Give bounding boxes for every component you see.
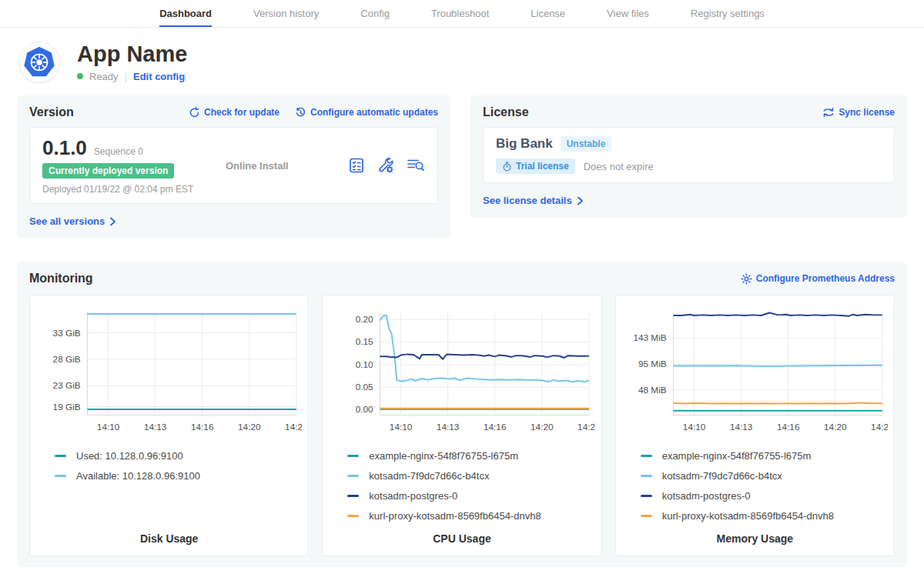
license-details-card: Big Bank Unstable Trial license Does not… [483, 127, 895, 183]
version-number: 0.1.0 [42, 136, 87, 160]
license-panel-title: License [483, 105, 529, 119]
clock-refresh-icon [295, 107, 306, 118]
top-nav: Dashboard Version history Config Trouble… [0, 0, 924, 28]
configure-prometheus-button[interactable]: Configure Prometheus Address [741, 273, 895, 285]
monitoring-title: Monitoring [29, 272, 93, 285]
legend-label: kotsadm-7f9dc7d66c-b4tcx [662, 470, 782, 482]
svg-text:14:13: 14:13 [437, 422, 460, 432]
disk-usage-chart: 14:1014:1314:1614:2014:2333 GiB28 GiB23 … [36, 305, 302, 439]
see-all-versions-link[interactable]: See all versions [29, 215, 116, 227]
legend-item: example-nginx-54f8f76755-l675m [641, 450, 888, 462]
disk-usage-legend: Used: 10.128.0.96:9100Available: 10.128.… [36, 450, 302, 482]
svg-text:48 MiB: 48 MiB [638, 385, 667, 395]
legend-color-dash [347, 455, 359, 457]
svg-text:14:13: 14:13 [144, 422, 167, 432]
gear-icon [741, 273, 752, 285]
legend-color-dash [347, 475, 359, 477]
chart-title: CPU Usage [329, 532, 594, 549]
legend-label: kotsadm-postgres-0 [369, 490, 457, 502]
legend-item: Available: 10.128.0.96:9100 [55, 470, 302, 482]
legend-item: kotsadm-7f9dc7d66c-b4tcx [347, 470, 594, 482]
file-search-icon [407, 157, 425, 174]
install-type-label: Online Install [226, 160, 348, 172]
svg-text:143 MiB: 143 MiB [633, 332, 666, 342]
svg-text:0.10: 0.10 [356, 359, 373, 369]
svg-text:0.15: 0.15 [356, 336, 373, 346]
svg-text:14:20: 14:20 [824, 422, 847, 432]
legend-color-dash [641, 515, 652, 517]
legend-label: Used: 10.128.0.96:9100 [76, 450, 183, 462]
chart-title: Disk Usage [36, 532, 302, 549]
svg-text:14:16: 14:16 [777, 422, 800, 432]
legend-color-dash [347, 495, 359, 497]
memory-usage-chart: 14:1014:1314:1614:2014:23143 MiB95 MiB48… [622, 305, 888, 439]
legend-item: kurl-proxy-kotsadm-8569fb6454-dnvh8 [641, 510, 888, 522]
preflight-checks-button[interactable] [348, 157, 365, 174]
tab-view-files[interactable]: View files [607, 0, 649, 27]
svg-text:14:16: 14:16 [484, 422, 507, 432]
tab-registry-settings[interactable]: Registry settings [691, 0, 765, 27]
deploy-logs-button[interactable] [407, 157, 425, 174]
tab-version-history[interactable]: Version history [253, 0, 319, 27]
svg-text:33 GiB: 33 GiB [53, 328, 81, 338]
wrench-gear-icon [377, 156, 395, 175]
divider: | [125, 71, 127, 82]
chevron-right-icon [109, 217, 116, 226]
sync-license-button[interactable]: Sync license [822, 107, 895, 118]
legend-color-dash [55, 475, 66, 477]
cpu-usage-legend: example-nginx-54f8f76755-l675mkotsadm-7f… [329, 450, 594, 522]
legend-item: kurl-proxy-kotsadm-8569fb6454-dnvh8 [347, 510, 594, 522]
svg-text:0.20: 0.20 [356, 314, 373, 324]
chart-title: Memory Usage [622, 532, 888, 549]
legend-color-dash [641, 475, 652, 477]
checklist-icon [348, 157, 365, 174]
legend-color-dash [347, 515, 359, 517]
tab-dashboard[interactable]: Dashboard [159, 0, 212, 27]
see-license-details-link[interactable]: See license details [483, 195, 584, 206]
disk-usage-chart-card: 14:1014:1314:1614:2014:2333 GiB28 GiB23 … [29, 295, 309, 556]
tab-config[interactable]: Config [360, 0, 390, 27]
legend-label: kotsadm-7f9dc7d66c-b4tcx [369, 470, 489, 482]
chevron-right-icon [577, 196, 584, 205]
check-for-update-button[interactable]: Check for update [189, 107, 280, 118]
monitoring-panel: Monitoring Configure Prometheus Address … [17, 262, 907, 567]
legend-label: kotsadm-postgres-0 [662, 490, 751, 502]
memory-usage-chart-card: 14:1014:1314:1614:2014:23143 MiB95 MiB48… [615, 295, 895, 556]
cpu-usage-chart: 14:1014:1314:1614:2014:230.200.150.100.0… [329, 305, 594, 439]
svg-text:14:23: 14:23 [578, 422, 594, 432]
legend-label: example-nginx-54f8f76755-l675m [662, 450, 812, 462]
configure-automatic-updates-button[interactable]: Configure automatic updates [295, 107, 438, 118]
app-status-text: Ready [89, 71, 119, 82]
ready-status-dot [77, 73, 83, 79]
legend-item: kotsadm-postgres-0 [347, 490, 594, 502]
legend-color-dash [641, 495, 652, 497]
version-panel-title: Version [29, 105, 74, 119]
edit-config-link[interactable]: Edit config [133, 71, 185, 82]
tab-troubleshoot[interactable]: Troubleshoot [431, 0, 489, 27]
deployed-status-badge: Currently deployed version [42, 163, 174, 179]
svg-text:14:20: 14:20 [238, 422, 261, 432]
legend-item: kotsadm-7f9dc7d66c-b4tcx [641, 470, 888, 482]
stopwatch-icon [502, 162, 512, 172]
page-title: App Name [77, 42, 187, 65]
svg-text:14:23: 14:23 [871, 422, 888, 432]
legend-item: kotsadm-postgres-0 [641, 490, 888, 502]
sync-arrows-icon [822, 107, 835, 118]
svg-text:0.00: 0.00 [356, 404, 373, 414]
refresh-icon [189, 107, 200, 118]
cpu-usage-chart-card: 14:1014:1314:1614:2014:230.200.150.100.0… [322, 295, 601, 556]
svg-text:14:23: 14:23 [285, 422, 302, 432]
svg-text:14:10: 14:10 [683, 422, 706, 432]
legend-item: Used: 10.128.0.96:9100 [55, 450, 302, 462]
edit-config-version-button[interactable] [377, 156, 395, 175]
sequence-label: Sequence 0 [94, 146, 143, 157]
legend-color-dash [55, 455, 66, 457]
tab-license[interactable]: License [531, 0, 565, 27]
customer-name: Big Bank [496, 136, 553, 152]
svg-text:0.05: 0.05 [356, 382, 373, 392]
legend-label: kurl-proxy-kotsadm-8569fb6454-dnvh8 [662, 510, 834, 522]
app-header: App Name Ready | Edit config [0, 28, 924, 83]
svg-text:14:13: 14:13 [730, 422, 753, 432]
license-type-badge: Trial license [496, 159, 575, 174]
legend-item: example-nginx-54f8f76755-l675m [347, 450, 594, 462]
